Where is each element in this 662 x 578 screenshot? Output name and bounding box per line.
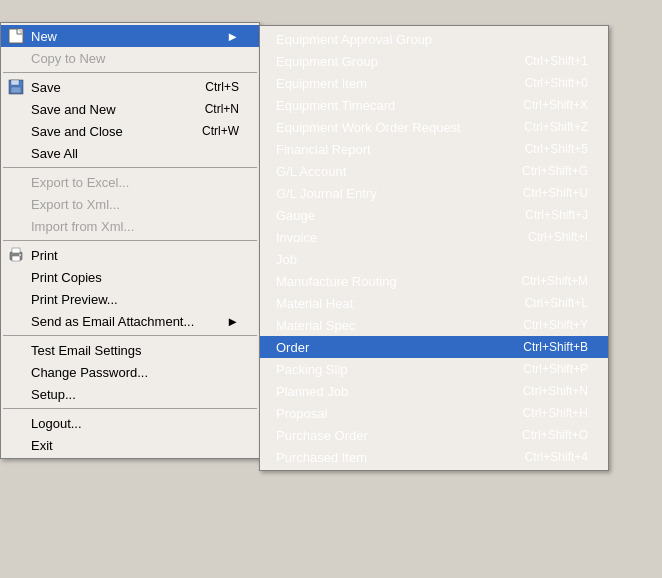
menu-item-copy-to-new[interactable]: Copy to New (1, 47, 259, 69)
submenu-shortcut: Ctrl+Shift+Y (493, 318, 588, 332)
submenu-item-invoice[interactable]: Invoice Ctrl+Shift+I (260, 226, 608, 248)
submenu-item-gl-journal[interactable]: G/L Journal Entry Ctrl+Shift+U (260, 182, 608, 204)
print-preview-label: Print Preview... (31, 292, 118, 307)
submenu-label: Equipment Group (276, 54, 378, 69)
save-and-new-label: Save and New (31, 102, 116, 117)
submenu-label: G/L Journal Entry (276, 186, 377, 201)
menu-item-save-and-new[interactable]: Save and New Ctrl+N (1, 98, 259, 120)
submenu-item-equipment-group[interactable]: Equipment Group Ctrl+Shift+1 (260, 50, 608, 72)
submenu-label: Gauge (276, 208, 315, 223)
submenu-label: Purchased Item (276, 450, 367, 465)
export-excel-label: Export to Excel... (31, 175, 129, 190)
menu-item-logout[interactable]: Logout... (1, 412, 259, 434)
menu-item-print[interactable]: Print (1, 244, 259, 266)
print-copies-label: Print Copies (31, 270, 102, 285)
submenu-shortcut: Ctrl+Shift+J (495, 208, 588, 222)
save-and-new-shortcut: Ctrl+N (185, 102, 239, 116)
change-password-label: Change Password... (31, 365, 148, 380)
submenu-shortcut: Ctrl+Shift+H (493, 406, 588, 420)
submenu-label: Order (276, 340, 309, 355)
submenu-item-packing-slip[interactable]: Packing Slip Ctrl+Shift+P (260, 358, 608, 380)
submenu-label: Material Spec (276, 318, 355, 333)
submenu-shortcut: Ctrl+Shift+U (493, 186, 588, 200)
submenu-item-order[interactable]: Order Ctrl+Shift+B (260, 336, 608, 358)
new-icon (5, 28, 27, 44)
menu-item-save[interactable]: Save Ctrl+S (1, 76, 259, 98)
submenu-item-manufacture-routing[interactable]: Manufacture Routing Ctrl+Shift+M (260, 270, 608, 292)
import-xml-label: Import from Xml... (31, 219, 134, 234)
save-icon (5, 79, 27, 95)
save-and-close-shortcut: Ctrl+W (182, 124, 239, 138)
printer-icon (8, 247, 24, 263)
print-label: Print (31, 248, 58, 263)
copy-to-new-label: Copy to New (31, 51, 105, 66)
logout-label: Logout... (31, 416, 82, 431)
submenu-shortcut: Ctrl+Shift+1 (495, 54, 588, 68)
separator-2 (3, 167, 257, 168)
svg-rect-9 (12, 256, 20, 261)
menu-item-print-copies[interactable]: Print Copies (1, 266, 259, 288)
svg-rect-6 (11, 87, 21, 93)
submenu-item-gl-account[interactable]: G/L Account Ctrl+Shift+G (260, 160, 608, 182)
print-icon (5, 247, 27, 263)
send-email-label: Send as Email Attachment... (31, 314, 194, 329)
submenu-shortcut: Ctrl+Shift+M (491, 274, 588, 288)
menu-item-save-and-close[interactable]: Save and Close Ctrl+W (1, 120, 259, 142)
submenu-label: Job (276, 252, 297, 267)
menu-item-change-password[interactable]: Change Password... (1, 361, 259, 383)
submenu-label: Invoice (276, 230, 317, 245)
submenu-item-purchase-order[interactable]: Purchase Order Ctrl+Shift+O (260, 424, 608, 446)
save-label: Save (31, 80, 61, 95)
menu-item-send-email[interactable]: Send as Email Attachment... ► (1, 310, 259, 332)
setup-label: Setup... (31, 387, 76, 402)
menu-item-exit[interactable]: Exit (1, 434, 259, 456)
menu-item-save-all[interactable]: Save All (1, 142, 259, 164)
new-file-icon (8, 28, 24, 44)
menu-item-test-email[interactable]: Test Email Settings (1, 339, 259, 361)
submenu-shortcut: Ctrl+Shift+X (493, 98, 588, 112)
new-submenu: Equipment Approval Group Equipment Group… (259, 25, 609, 471)
submenu-item-financial-report[interactable]: Financial Report Ctrl+Shift+5 (260, 138, 608, 160)
submenu-item-material-heat[interactable]: Material Heat Ctrl+Shift+L (260, 292, 608, 314)
send-email-arrow-icon: ► (216, 314, 239, 329)
submenu-shortcut: Ctrl+Shift+P (493, 362, 588, 376)
submenu-item-proposal[interactable]: Proposal Ctrl+Shift+H (260, 402, 608, 424)
file-menu: New ► Equipment Approval Group Equipment… (0, 22, 260, 459)
submenu-item-material-spec[interactable]: Material Spec Ctrl+Shift+Y (260, 314, 608, 336)
submenu-label: Manufacture Routing (276, 274, 397, 289)
save-floppy-icon (8, 79, 24, 95)
submenu-shortcut: Ctrl+Shift+O (492, 428, 588, 442)
submenu-item-job[interactable]: Job (260, 248, 608, 270)
submenu-label: Financial Report (276, 142, 371, 157)
menu-item-new[interactable]: New ► Equipment Approval Group Equipment… (1, 25, 259, 47)
svg-rect-8 (12, 248, 20, 253)
menu-item-print-preview[interactable]: Print Preview... (1, 288, 259, 310)
submenu-shortcut: Ctrl+Shift+G (492, 164, 588, 178)
submenu-label: Packing Slip (276, 362, 348, 377)
submenu-item-planned-job[interactable]: Planned Job Ctrl+Shift+N (260, 380, 608, 402)
submenu-item-equipment-approval[interactable]: Equipment Approval Group (260, 28, 608, 50)
menu-item-export-xml[interactable]: Export to Xml... (1, 193, 259, 215)
export-xml-label: Export to Xml... (31, 197, 120, 212)
submenu-shortcut: Ctrl+Shift+Z (494, 120, 588, 134)
submenu-item-equipment-work-order[interactable]: Equipment Work Order Request Ctrl+Shift+… (260, 116, 608, 138)
menu-item-import-xml[interactable]: Import from Xml... (1, 215, 259, 237)
save-and-close-label: Save and Close (31, 124, 123, 139)
submenu-item-equipment-timecard[interactable]: Equipment Timecard Ctrl+Shift+X (260, 94, 608, 116)
submenu-shortcut: Ctrl+Shift+I (498, 230, 588, 244)
submenu-shortcut: Ctrl+Shift+0 (495, 76, 588, 90)
submenu-shortcut: Ctrl+Shift+L (495, 296, 588, 310)
new-arrow-icon: ► (216, 29, 239, 44)
submenu-item-equipment-item[interactable]: Equipment Item Ctrl+Shift+0 (260, 72, 608, 94)
menu-item-setup[interactable]: Setup... (1, 383, 259, 405)
menu-item-export-excel[interactable]: Export to Excel... (1, 171, 259, 193)
svg-rect-10 (19, 254, 21, 256)
dropdown-container: New ► Equipment Approval Group Equipment… (0, 22, 260, 459)
submenu-label: Equipment Item (276, 76, 367, 91)
submenu-item-purchased-item[interactable]: Purchased Item Ctrl+Shift+4 (260, 446, 608, 468)
submenu-item-gauge[interactable]: Gauge Ctrl+Shift+J (260, 204, 608, 226)
submenu-label: Material Heat (276, 296, 353, 311)
separator-5 (3, 408, 257, 409)
submenu-label: Equipment Work Order Request (276, 120, 461, 135)
submenu-shortcut: Ctrl+Shift+4 (495, 450, 588, 464)
